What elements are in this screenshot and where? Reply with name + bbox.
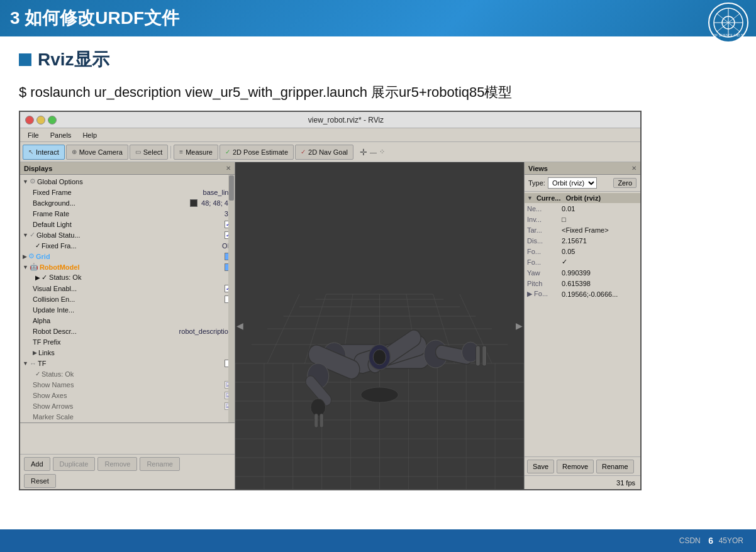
section-heading: Rviz显示 (0, 36, 756, 77)
display-frame-rate[interactable]: Frame Rate 30 (20, 208, 235, 219)
display-show-arrows[interactable]: Show Arrows ☑ (20, 400, 235, 411)
viewport-3d[interactable]: ◀ ▶ (235, 162, 524, 489)
display-robot-description[interactable]: Robot Descr... robot_description (20, 326, 235, 336)
views-list: ▼ Curre... Orbit (rviz) Ne... 0.01 Inv..… (525, 192, 640, 456)
displays-scroll[interactable]: ▼ ⚙ Global Options Fixed Frame base_link… (20, 175, 235, 422)
toolbar-interact[interactable]: ↖ Interact (23, 145, 65, 160)
rviz-titlebar: view_robot.rviz* - RViz (20, 112, 640, 128)
display-collision-enabled[interactable]: Collision En... (20, 294, 235, 304)
duplicate-button[interactable]: Duplicate (53, 457, 96, 471)
toolbar-select[interactable]: ▭ Select (130, 145, 169, 160)
toolbar-separator (170, 146, 171, 158)
display-alpha[interactable]: Alpha 1 (20, 315, 235, 326)
svg-line-18 (267, 294, 299, 363)
select-icon: ▭ (135, 148, 141, 155)
display-tf-prefix[interactable]: TF Prefix (20, 336, 235, 347)
views-item-focal3[interactable]: ▶ Fo... 0.19566;-0.0666... (525, 289, 640, 299)
svg-point-44 (424, 340, 447, 368)
svg-point-39 (361, 387, 399, 402)
displays-scrollbar[interactable] (228, 175, 235, 422)
menu-help[interactable]: Help (77, 131, 102, 139)
display-tf-status[interactable]: ✓ Status: Ok (20, 368, 235, 379)
svg-point-50 (373, 350, 386, 365)
svg-point-54 (311, 399, 326, 416)
svg-rect-51 (306, 342, 362, 381)
views-item-target[interactable]: Tar... <Fixed Frame> (525, 224, 640, 235)
displays-panel: Displays ✕ ▼ ⚙ Global Options Fixed Fram… (20, 162, 235, 489)
displays-panel-close[interactable]: ✕ (226, 165, 231, 172)
display-status-ok[interactable]: ▶ ✓ Status: Ok (20, 272, 235, 283)
type-label: Type: (528, 179, 545, 187)
svg-rect-56 (320, 414, 323, 428)
display-links[interactable]: ▶ Links (20, 347, 235, 358)
svg-rect-45 (435, 344, 474, 365)
display-tf[interactable]: ▼ ↔ TF (20, 358, 235, 368)
nav-icon: ✓ (301, 148, 306, 155)
status-arrow-icon: ▶ (35, 274, 40, 281)
scrollbar-thumb (229, 175, 234, 201)
views-remove-button[interactable]: Remove (557, 460, 594, 473)
views-item-focal2[interactable]: Fo... ✓ (525, 257, 640, 267)
svg-point-41 (323, 343, 346, 370)
add-button[interactable]: Add (24, 457, 50, 471)
views-item-focal1[interactable]: Fo... 0.05 (525, 246, 640, 257)
rviz-window: view_robot.rviz* - RViz File Panels Help… (19, 111, 642, 490)
views-panel-close[interactable]: ✕ (631, 165, 636, 172)
svg-text:UNIVERSITY OF SCIENCE AND TECH: UNIVERSITY OF SCIENCE AND TECHNOLOGY (713, 33, 744, 37)
toolbar-measure[interactable]: ≡ Measure (174, 145, 218, 160)
display-update-interval[interactable]: Update Inte... 0 (20, 304, 235, 315)
display-robot-model[interactable]: ▼ 🤖 RobotModel (20, 262, 235, 272)
views-current-section[interactable]: ▼ Curre... Orbit (rviz) (525, 193, 640, 203)
display-marker-scale[interactable]: Marker Scale 1 (20, 411, 235, 422)
views-save-button[interactable]: Save (527, 460, 554, 473)
views-item-near[interactable]: Ne... 0.01 (525, 203, 640, 214)
displays-empty-area (20, 422, 235, 454)
display-default-light[interactable]: Default Light ✓ (20, 219, 235, 229)
toolbar-move-camera[interactable]: ⊕ Move Camera (66, 145, 128, 160)
toolbar-nav-goal[interactable]: ✓ 2D Nav Goal (295, 145, 353, 160)
views-item-distance[interactable]: Dis... 2.15671 (525, 235, 640, 246)
display-visual-enabled[interactable]: Visual Enabl... ✓ (20, 283, 235, 294)
display-show-names[interactable]: Show Names ☑ (20, 379, 235, 390)
displays-panel-header: Displays ✕ (20, 162, 235, 175)
display-background[interactable]: Background... 48; 48; 48 (20, 197, 235, 208)
close-btn[interactable] (25, 116, 34, 124)
display-show-axes[interactable]: Show Axes ☑ (20, 390, 235, 400)
maximize-btn[interactable] (48, 116, 57, 124)
pose-icon: ✓ (225, 148, 230, 155)
dash-icon: — (370, 148, 377, 156)
reset-button[interactable]: Reset (24, 474, 56, 488)
display-grid[interactable]: ▶ ⚙ Grid (20, 251, 235, 262)
titlebar-buttons (25, 116, 57, 124)
views-item-invert[interactable]: Inv... □ (525, 214, 640, 224)
display-global-status[interactable]: ▼ ✓ Global Statu... ✓ (20, 229, 235, 240)
header-title: 3 如何修改URDF文件 (10, 6, 179, 30)
remove-button[interactable]: Remove (97, 457, 137, 471)
display-tf-update-interval[interactable]: Update Inte... 0 (20, 422, 235, 422)
views-type-select[interactable]: Orbit (rviz) (548, 177, 597, 189)
logo: UNIVERSITY OF SCIENCE AND TECHNOLOGY (708, 3, 751, 45)
svg-rect-40 (331, 345, 430, 368)
viewport-arrow-left: ◀ (236, 321, 243, 331)
menu-panels[interactable]: Panels (45, 131, 77, 139)
svg-rect-47 (476, 346, 481, 366)
views-zero-button[interactable]: Zero (613, 178, 636, 188)
check-icon: ✓ (30, 231, 35, 239)
rename-button[interactable]: Rename (140, 457, 180, 471)
svg-rect-53 (304, 373, 333, 408)
page-number: 6 (703, 534, 718, 547)
svg-rect-42 (352, 333, 428, 375)
tf-expand-icon: ▼ (23, 360, 28, 367)
main-layout: Displays ✕ ▼ ⚙ Global Options Fixed Fram… (20, 162, 640, 489)
menu-file[interactable]: File (23, 131, 44, 139)
display-fixed-frame-status[interactable]: ✓ Fixed Fra... OK (20, 240, 235, 251)
minimize-btn[interactable] (36, 116, 45, 124)
display-fixed-frame[interactable]: Fixed Frame base_link (20, 187, 235, 197)
displays-bottom-buttons: Add Duplicate Remove Rename (20, 454, 235, 473)
toolbar-pose-estimate[interactable]: ✓ 2D Pose Estimate (220, 145, 294, 160)
views-rename-button[interactable]: Rename (596, 460, 634, 473)
views-item-yaw[interactable]: Yaw 0.990399 (525, 267, 640, 278)
display-global-options[interactable]: ▼ ⚙ Global Options (20, 176, 235, 187)
views-item-pitch[interactable]: Pitch 0.615398 (525, 278, 640, 289)
section-title: Rviz显示 (38, 48, 109, 72)
